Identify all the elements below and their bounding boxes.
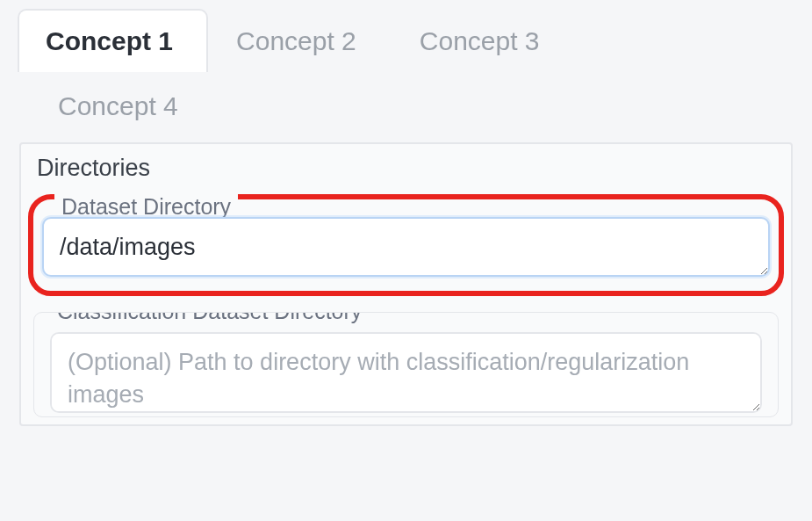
concept-tabs-row-1: Concept 1 Concept 2 Concept 3 [18,9,794,72]
directories-panel: Directories Dataset Directory Classifica… [19,142,793,426]
classification-directory-input[interactable] [50,332,762,413]
dataset-directory-highlight: Dataset Directory [28,194,784,296]
classification-directory-group: Classification Dataset Directory [33,312,779,417]
tab-concept-1[interactable]: Concept 1 [18,9,208,72]
classification-directory-legend: Classification Dataset Directory [50,312,369,324]
tab-concept-3[interactable]: Concept 3 [392,9,575,72]
concept-tabs-row-2: Concept 4 [18,79,794,134]
dataset-directory-input[interactable] [42,217,770,277]
panel-title: Directories [37,155,779,182]
tab-concept-2[interactable]: Concept 2 [208,9,392,72]
tab-concept-4[interactable]: Concept 4 [32,79,205,134]
